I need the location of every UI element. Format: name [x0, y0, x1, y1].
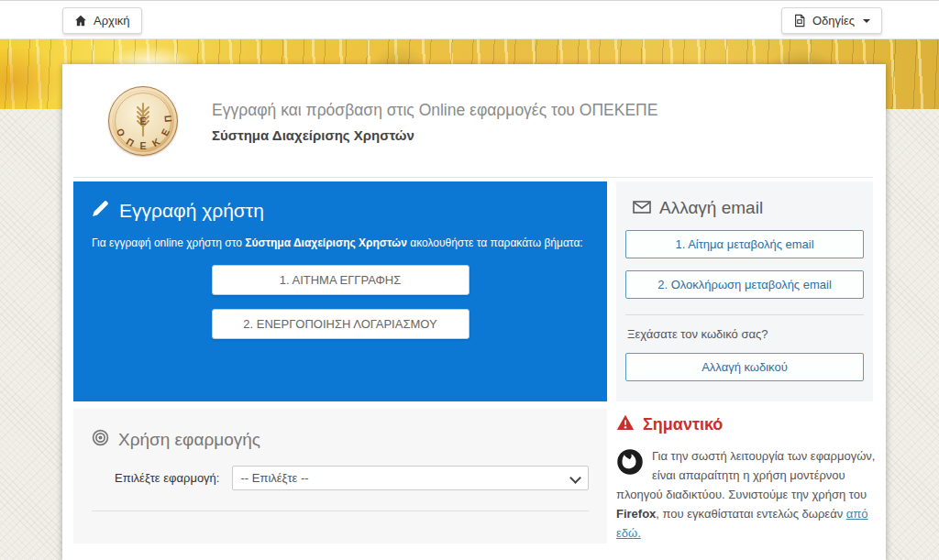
- warning-triangle-icon: [616, 414, 635, 435]
- app-usage-title: Χρήση εφαρμογής: [118, 430, 260, 450]
- important-text: Για την σωστή λειτουργία των εφαρμογών, …: [616, 446, 878, 543]
- important-title-row: Σημαντικό: [616, 414, 878, 435]
- firefox-icon: [616, 448, 644, 481]
- email-change-title: Αλλαγή email: [659, 198, 763, 218]
- home-button[interactable]: Αρχική: [62, 7, 142, 34]
- registration-request-button[interactable]: 1. ΑΙΤΗΜΑ ΕΓΓΡΑΦΗΣ: [212, 265, 470, 295]
- app-usage-title-row: Χρήση εφαρμογής: [92, 429, 589, 451]
- home-icon: [74, 15, 87, 27]
- guides-button[interactable]: Οδηγίες: [781, 7, 882, 34]
- header-divider: [73, 177, 873, 178]
- logo-letter: Ε: [138, 140, 149, 151]
- page-subtitle: Σύστημα Διαχείρισης Χρηστών: [212, 127, 657, 143]
- bullseye-icon: [92, 429, 109, 451]
- home-button-label: Αρχική: [94, 14, 130, 27]
- opekepe-logo: Ο Π Ε Κ Ε Π Ε: [108, 86, 178, 156]
- guides-button-label: Οδηγίες: [812, 14, 855, 27]
- email-change-title-row: Αλλαγή email: [633, 198, 864, 218]
- pencil-icon: [92, 200, 109, 222]
- registration-title: Εγγραφή χρήστη: [119, 200, 264, 222]
- app-usage-panel: Χρήση εφαρμογής Επιλέξτε εφαρμογή: -- Επ…: [73, 409, 607, 544]
- app-select-row: Επιλέξτε εφαρμογή: -- Επιλέξτε --: [92, 466, 589, 490]
- chevron-down-icon: [863, 19, 870, 23]
- document-icon: [793, 14, 806, 27]
- change-password-button[interactable]: Αλλαγή κωδικού: [625, 353, 864, 381]
- app-select-wrap: -- Επιλέξτε --: [232, 466, 589, 490]
- usage-panel-divider: [92, 511, 589, 511]
- registration-title-row: Εγγραφή χρήστη: [92, 200, 589, 222]
- logo-letter: Π: [161, 113, 173, 125]
- registration-intro-bold: Σύστημα Διαχείρισης Χρηστών: [245, 236, 407, 249]
- registration-intro: Για εγγραφή online χρήστη στο Σύστημα Δι…: [92, 236, 589, 251]
- envelope-icon: [633, 198, 651, 218]
- forgot-password-text: Ξεχάσατε τον κωδικό σας?: [627, 327, 864, 341]
- important-title: Σημαντικό: [643, 415, 723, 434]
- app-select[interactable]: -- Επιλέξτε --: [232, 466, 589, 490]
- firefox-bold: Firefox: [616, 507, 656, 521]
- email-change-panel: Αλλαγή email 1. Αίτημα μεταβολής email 2…: [616, 181, 873, 401]
- page-title: Εγγραφή και πρόσβαση στις Online εφαρμογ…: [212, 101, 657, 120]
- account-activation-button[interactable]: 2. ΕΝΕΡΓΟΠΟΙΗΣΗ ΛΟΓΑΡΙΑΣΜΟΥ: [212, 309, 470, 339]
- email-panel-divider: [625, 314, 864, 315]
- app-select-label: Επιλέξτε εφαρμογή:: [92, 471, 232, 485]
- registration-panel: Εγγραφή χρήστη Για εγγραφή online χρήστη…: [73, 181, 607, 401]
- top-navbar: Αρχική Οδηγίες: [0, 0, 939, 39]
- header-text: Εγγραφή και πρόσβαση στις Online εφαρμογ…: [212, 101, 657, 143]
- logo-letter: Ε: [138, 115, 149, 126]
- email-change-request-button[interactable]: 1. Αίτημα μεταβολής email: [625, 230, 864, 258]
- important-notice: Σημαντικό Για την σωστή λειτουργία των ε…: [616, 414, 878, 543]
- main-card: Ο Π Ε Κ Ε Π Ε Εγγραφή και πρόσβαση στις …: [62, 64, 886, 560]
- email-change-complete-button[interactable]: 2. Ολοκλήρωση μεταβολής email: [625, 270, 864, 299]
